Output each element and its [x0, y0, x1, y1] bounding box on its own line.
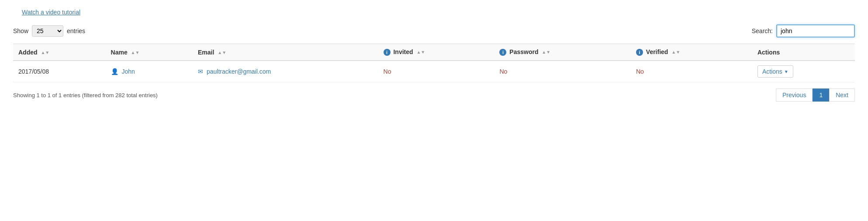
table-header-row: Added ▲▼ Name ▲▼ Email ▲▼ i Invited ▲▼ i…: [13, 44, 855, 61]
cell-verified: No: [631, 61, 752, 82]
col-email-label: Email: [198, 49, 214, 56]
controls-row: Show 25 10 50 100 entries Search:: [13, 24, 855, 37]
col-added-label: Added: [18, 49, 38, 56]
cell-email: ✉ paultracker@gmail.com: [193, 61, 378, 82]
password-info-icon[interactable]: i: [499, 49, 506, 56]
video-tutorial-link[interactable]: Watch a video tutorial: [22, 9, 80, 16]
sort-arrows-name: ▲▼: [131, 51, 140, 55]
name-link[interactable]: John: [121, 68, 135, 75]
next-button[interactable]: Next: [829, 88, 855, 102]
actions-label: Actions: [762, 68, 782, 75]
search-input[interactable]: [776, 24, 855, 37]
sort-arrows-password: ▲▼: [542, 50, 550, 54]
col-email[interactable]: Email ▲▼: [193, 44, 378, 61]
col-actions: Actions: [752, 44, 855, 61]
caret-icon: ▼: [784, 69, 788, 74]
sort-arrows-verified: ▲▼: [671, 50, 680, 54]
entries-label: entries: [67, 27, 85, 34]
email-icon: ✉: [198, 68, 203, 75]
show-label: Show: [13, 27, 28, 34]
pagination: Previous 1 Next: [776, 88, 855, 102]
sort-arrows-email: ▲▼: [218, 51, 226, 55]
password-value: No: [499, 68, 507, 75]
cell-added: 2017/05/08: [13, 61, 106, 82]
search-box: Search:: [752, 24, 855, 37]
col-password-label: Password: [509, 48, 538, 55]
col-invited-label: Invited: [393, 48, 413, 55]
col-name[interactable]: Name ▲▼: [106, 44, 193, 61]
col-verified-label: Verified: [646, 48, 668, 55]
show-entries-control: Show 25 10 50 100 entries: [13, 25, 85, 37]
summary-text: Showing 1 to 1 of 1 entries (filtered fr…: [13, 92, 158, 99]
clients-table: Added ▲▼ Name ▲▼ Email ▲▼ i Invited ▲▼ i…: [13, 44, 855, 82]
invited-value: No: [384, 68, 391, 75]
added-value: 2017/05/08: [18, 68, 49, 75]
sort-arrows-invited: ▲▼: [416, 50, 425, 54]
entries-select[interactable]: 25 10 50 100: [32, 25, 63, 37]
verified-value: No: [636, 68, 644, 75]
cell-password: No: [494, 61, 631, 82]
footer-row: Showing 1 to 1 of 1 entries (filtered fr…: [13, 88, 855, 102]
col-actions-label: Actions: [757, 49, 780, 56]
verified-info-icon[interactable]: i: [636, 49, 643, 56]
search-label: Search:: [752, 27, 773, 34]
col-verified[interactable]: i Verified ▲▼: [631, 44, 752, 61]
top-links-container: Watch a video tutorial: [13, 9, 855, 16]
email-link[interactable]: paultracker@gmail.com: [207, 68, 271, 75]
user-icon: 👤: [111, 68, 118, 75]
actions-button[interactable]: Actions ▼: [757, 65, 793, 78]
previous-button[interactable]: Previous: [776, 88, 813, 102]
cell-actions: Actions ▼: [752, 61, 855, 82]
col-invited[interactable]: i Invited ▲▼: [378, 44, 495, 61]
col-password[interactable]: i Password ▲▼: [494, 44, 631, 61]
cell-name: 👤 John: [106, 61, 193, 82]
table-row: 2017/05/08 👤 John ✉ paultracker@gmail.co…: [13, 61, 855, 82]
invited-info-icon[interactable]: i: [384, 49, 391, 56]
col-added[interactable]: Added ▲▼: [13, 44, 106, 61]
page-1-button[interactable]: 1: [813, 88, 829, 102]
col-name-label: Name: [111, 49, 128, 56]
cell-invited: No: [378, 61, 495, 82]
sort-arrows-added: ▲▼: [41, 51, 49, 55]
